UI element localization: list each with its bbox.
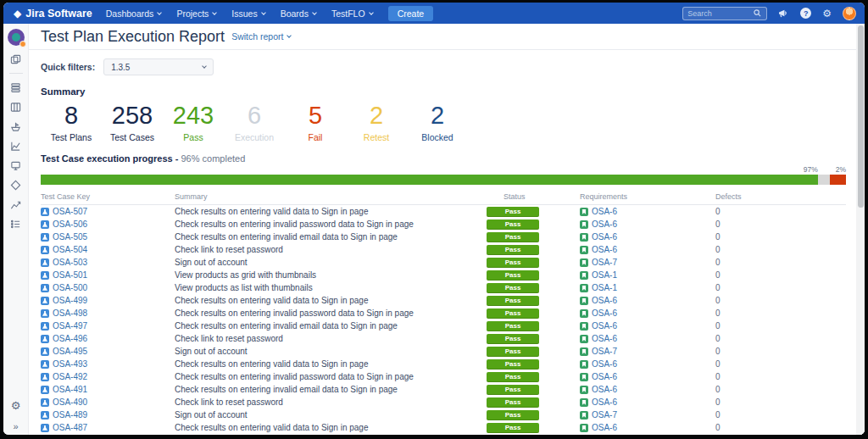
- status-pill[interactable]: Pass: [487, 232, 539, 242]
- test-case-summary: Check results on entering valid data to …: [175, 359, 487, 369]
- status-pill[interactable]: Pass: [487, 308, 539, 319]
- chart-icon[interactable]: [10, 198, 22, 210]
- status-pill[interactable]: Pass: [487, 423, 539, 433]
- defects-count: 0: [715, 258, 846, 267]
- test-case-key-link[interactable]: OSA-489: [53, 410, 87, 420]
- requirement-link[interactable]: OSA-6: [592, 245, 617, 254]
- issues-list-icon[interactable]: [10, 218, 22, 230]
- defects-count: 0: [715, 385, 846, 394]
- test-case-key-link[interactable]: OSA-492: [53, 372, 87, 381]
- requirement-link[interactable]: OSA-6: [592, 207, 617, 216]
- megaphone-icon[interactable]: [778, 8, 789, 18]
- requirement-icon: [580, 347, 588, 356]
- status-pill[interactable]: Pass: [487, 258, 539, 268]
- requirement-link[interactable]: OSA-6: [592, 385, 617, 394]
- test-case-key-link[interactable]: OSA-503: [53, 258, 87, 267]
- requirement-link[interactable]: OSA-6: [592, 359, 617, 369]
- brand-title: Jira Software: [25, 8, 92, 19]
- test-case-key-link[interactable]: OSA-505: [53, 232, 87, 242]
- backlog-icon[interactable]: [10, 81, 22, 93]
- requirement-link[interactable]: OSA-1: [592, 270, 617, 280]
- test-case-key-link[interactable]: OSA-501: [53, 270, 87, 280]
- create-button[interactable]: Create: [388, 6, 434, 21]
- sidebar-settings-gear-icon[interactable]: ⚙: [11, 399, 21, 412]
- nav-menu-item[interactable]: Issues: [231, 8, 264, 19]
- settings-gear-icon[interactable]: ⚙: [822, 8, 832, 19]
- components-icon[interactable]: [10, 179, 22, 191]
- status-pill[interactable]: Pass: [487, 359, 539, 370]
- project-avatar[interactable]: [8, 29, 25, 46]
- col-summary: Summary: [175, 192, 487, 201]
- status-pill[interactable]: Pass: [487, 372, 539, 382]
- test-case-key-link[interactable]: OSA-496: [53, 334, 87, 343]
- test-case-key-link[interactable]: OSA-491: [53, 385, 87, 394]
- status-pill[interactable]: Pass: [487, 347, 539, 357]
- table-row: OSA-487 Check results on entering valid …: [41, 421, 846, 434]
- summary-label: Fail: [285, 132, 346, 142]
- boards-icon[interactable]: [10, 53, 22, 65]
- board-columns-icon[interactable]: [10, 101, 22, 113]
- requirement-link[interactable]: OSA-6: [592, 372, 617, 381]
- status-pill[interactable]: Pass: [487, 296, 539, 306]
- requirement-link[interactable]: OSA-6: [592, 308, 617, 318]
- requirement-link[interactable]: OSA-6: [592, 397, 617, 407]
- test-case-key-link[interactable]: OSA-490: [53, 397, 87, 407]
- test-case-key-link[interactable]: OSA-504: [53, 245, 87, 254]
- test-case-summary: Check results on entering invalid email …: [175, 232, 487, 242]
- test-case-key-link[interactable]: OSA-506: [53, 220, 87, 229]
- status-pill[interactable]: Pass: [487, 270, 539, 281]
- requirement-link[interactable]: OSA-6: [592, 220, 617, 229]
- requirement-link[interactable]: OSA-7: [592, 347, 617, 356]
- test-case-key-link[interactable]: OSA-497: [53, 321, 87, 331]
- vertical-scrollbar[interactable]: [856, 24, 865, 435]
- monitor-icon[interactable]: [10, 159, 22, 171]
- test-case-key-link[interactable]: OSA-499: [53, 296, 87, 305]
- nav-menu-item[interactable]: Projects: [176, 8, 216, 19]
- table-row: OSA-491 Check results on entering invali…: [41, 383, 846, 396]
- help-icon[interactable]: ?: [800, 8, 811, 19]
- status-pill[interactable]: Pass: [487, 220, 539, 230]
- test-case-key-link[interactable]: OSA-498: [53, 308, 87, 318]
- test-case-key-link[interactable]: OSA-507: [53, 207, 87, 216]
- requirement-icon: [580, 360, 588, 369]
- requirement-link[interactable]: OSA-7: [592, 258, 617, 267]
- chevron-down-icon: [312, 10, 317, 15]
- test-case-icon: [41, 322, 49, 331]
- status-pill[interactable]: Pass: [487, 321, 539, 331]
- status-pill[interactable]: Pass: [487, 245, 539, 255]
- requirement-icon: [580, 258, 588, 267]
- requirement-link[interactable]: OSA-6: [592, 334, 617, 343]
- scrollbar-thumb[interactable]: [858, 25, 864, 208]
- releases-icon[interactable]: [10, 120, 22, 132]
- requirement-link[interactable]: OSA-7: [592, 410, 617, 420]
- status-pill[interactable]: Pass: [487, 207, 539, 217]
- expand-sidebar-icon[interactable]: »: [13, 421, 18, 431]
- test-case-key-link[interactable]: OSA-487: [53, 423, 87, 432]
- test-case-key-link[interactable]: OSA-493: [53, 359, 87, 369]
- reports-icon[interactable]: [10, 140, 22, 152]
- nav-menu-item[interactable]: Dashboards: [106, 8, 162, 19]
- status-pill[interactable]: Pass: [487, 283, 539, 293]
- test-case-key-link[interactable]: OSA-495: [53, 347, 87, 356]
- requirement-link[interactable]: OSA-6: [592, 321, 617, 331]
- status-pill[interactable]: Pass: [487, 385, 539, 395]
- search-input[interactable]: [687, 9, 754, 18]
- nav-menu-item[interactable]: TestFLO: [331, 8, 373, 19]
- requirement-link[interactable]: OSA-6: [592, 232, 617, 242]
- switch-report-link[interactable]: Switch report: [231, 31, 291, 42]
- test-case-summary: Sign out of account: [175, 347, 487, 356]
- status-pill[interactable]: Pass: [487, 334, 539, 344]
- requirement-link[interactable]: OSA-1: [592, 283, 617, 292]
- test-case-key-link[interactable]: OSA-500: [53, 283, 87, 292]
- requirement-link[interactable]: OSA-6: [592, 423, 617, 432]
- user-avatar[interactable]: [843, 7, 856, 20]
- status-pill[interactable]: Pass: [487, 397, 539, 408]
- search-box[interactable]: [682, 7, 767, 20]
- top-navbar: ◆ Jira Software Dashboards Projects Issu…: [3, 3, 865, 24]
- quick-filter-select[interactable]: 1.3.5: [103, 58, 214, 75]
- requirement-link[interactable]: OSA-6: [592, 296, 617, 305]
- nav-menu-item[interactable]: Boards: [281, 8, 316, 19]
- test-case-summary: Check results on entering invalid passwo…: [175, 308, 487, 318]
- progress-labels: 97%2%: [41, 165, 846, 175]
- status-pill[interactable]: Pass: [487, 410, 539, 420]
